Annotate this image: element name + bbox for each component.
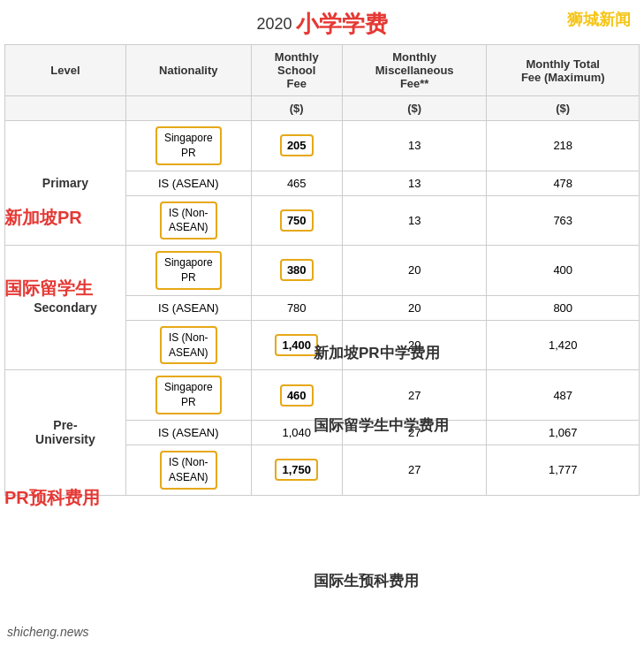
- nat-is-non-asean: IS (Non-ASEAN): [160, 201, 217, 240]
- misc-cell: 20: [342, 246, 487, 296]
- total-cell: 487: [487, 370, 640, 421]
- table-row: Primary SingaporePR 205 13 218: [5, 121, 640, 171]
- fee-cell: 380: [251, 246, 342, 296]
- page-wrapper: 2020 小学学费 狮城新闻 Level Nationality Monthly…: [0, 0, 644, 646]
- fee-cell: 460: [251, 370, 342, 421]
- total-cell: 763: [487, 195, 640, 246]
- header: 2020 小学学费 狮城新闻: [0, 0, 644, 44]
- fee-1400: 1,400: [275, 334, 318, 356]
- fee-cell: 780: [251, 295, 342, 320]
- currency-row: ($) ($) ($): [5, 96, 640, 121]
- col-level: Level: [5, 45, 126, 96]
- fee-cell: 1,400: [251, 320, 342, 370]
- nat-singapore-pr: SingaporePR: [155, 126, 222, 165]
- col-misc-fee: MonthlyMiscellaneousFee**: [342, 45, 487, 96]
- col-school-fee: MonthlySchoolFee: [251, 45, 342, 96]
- nat-sg-pr-sec: SingaporePR: [155, 251, 222, 290]
- nat-cell: SingaporePR: [125, 121, 251, 171]
- title-cn: 小学学费: [296, 9, 388, 40]
- nat-is-non-asean-sec: IS (Non-ASEAN): [160, 326, 217, 365]
- fee-205: 205: [280, 134, 314, 156]
- nat-cell: SingaporePR: [125, 246, 251, 296]
- fee-cell: 1,750: [251, 445, 342, 495]
- total-cell: 1,067: [487, 420, 640, 445]
- level-preuni: Pre-University: [5, 370, 126, 495]
- misc-cell: 13: [342, 121, 487, 171]
- total-cell: 400: [487, 246, 640, 296]
- misc-cell: 27: [342, 370, 487, 421]
- nat-cell: IS (ASEAN): [125, 171, 251, 195]
- nat-cell: IS (Non-ASEAN): [125, 445, 251, 495]
- misc-cell: 13: [342, 171, 487, 195]
- fee-table: Level Nationality MonthlySchoolFee Month…: [4, 44, 640, 496]
- misc-cell: 13: [342, 195, 487, 246]
- brand-cn: 狮城新闻: [567, 9, 631, 30]
- bottom-brand: shicheng.news: [7, 625, 89, 639]
- year-label: 2020: [256, 15, 292, 34]
- nat-is-non-asean-preuni: IS (Non-ASEAN): [160, 451, 217, 490]
- col-total-fee: Monthly TotalFee (Maximum): [487, 45, 640, 96]
- total-cell: 800: [487, 295, 640, 320]
- fee-cell: 205: [251, 121, 342, 171]
- misc-cell: 20: [342, 320, 487, 370]
- currency-nat: [125, 96, 251, 121]
- misc-cell: 20: [342, 295, 487, 320]
- nat-cell: IS (Non-ASEAN): [125, 195, 251, 246]
- fee-1750: 1,750: [275, 459, 318, 481]
- nat-cell: SingaporePR: [125, 370, 251, 421]
- fee-cell: 750: [251, 195, 342, 246]
- total-cell: 1,420: [487, 320, 640, 370]
- fee-cell: 1,040: [251, 420, 342, 445]
- header-row: Level Nationality MonthlySchoolFee Month…: [5, 45, 640, 96]
- misc-cell: 27: [342, 445, 487, 495]
- nat-cell: IS (ASEAN): [125, 420, 251, 445]
- table-row: Pre-University SingaporePR 460 27 487: [5, 370, 640, 421]
- total-cell: 1,777: [487, 445, 640, 495]
- col-nationality: Nationality: [125, 45, 251, 96]
- total-cell: 478: [487, 171, 640, 195]
- table-row: Secondary SingaporePR 380 20 400: [5, 246, 640, 296]
- nat-cell: IS (Non-ASEAN): [125, 320, 251, 370]
- nat-cell: IS (ASEAN): [125, 295, 251, 320]
- currency-school: ($): [251, 96, 342, 121]
- level-primary: Primary: [5, 121, 126, 246]
- fee-750: 750: [280, 209, 314, 232]
- fee-380: 380: [280, 259, 314, 281]
- fee-460: 460: [280, 384, 314, 407]
- table-container: Level Nationality MonthlySchoolFee Month…: [0, 44, 644, 522]
- currency-misc: ($): [342, 96, 487, 121]
- misc-cell: 27: [342, 420, 487, 445]
- fee-cell: 465: [251, 171, 342, 195]
- ann-intl-preuni: 国际生预科费用: [314, 571, 419, 591]
- total-cell: 218: [487, 121, 640, 171]
- currency-total: ($): [487, 96, 640, 121]
- level-secondary: Secondary: [5, 246, 126, 370]
- nat-sg-pr-preuni: SingaporePR: [155, 376, 222, 414]
- currency-level: [5, 96, 126, 121]
